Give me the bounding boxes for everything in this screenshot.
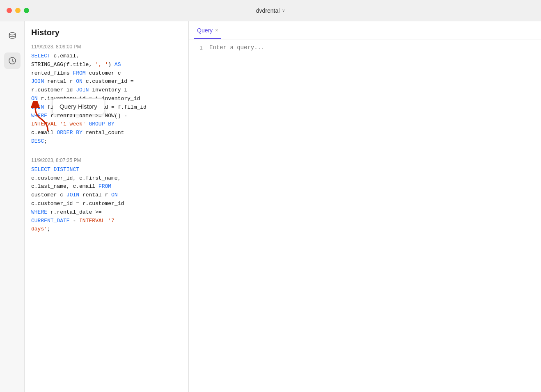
kw-current-date: CURRENT_DATE [31, 218, 70, 224]
query-tab[interactable]: Query × [194, 21, 221, 39]
history-panel-title: History [31, 28, 182, 37]
history-timestamp-1: 11/9/2023, 8:09:00 PM [31, 44, 182, 50]
kw-from-2: FROM [99, 183, 111, 189]
history-query-2: SELECT DISTINCT c.customer_id, c.first_n… [31, 166, 182, 234]
sidebar-item-database[interactable] [4, 28, 21, 44]
query-tab-label: Query [197, 27, 213, 34]
kw-on-1: ON [76, 78, 83, 84]
kw-join-1: JOIN [31, 78, 44, 84]
query-tabs: Query × [189, 21, 541, 39]
kw-join-2: JOIN [76, 87, 89, 93]
app-body: History 11/9/2023, 8:09:00 PM SELECT c.e… [0, 21, 541, 392]
line-number-1: 1 [189, 44, 209, 51]
kw-as-1: AS [115, 62, 121, 68]
svg-point-0 [9, 33, 15, 35]
chevron-down-icon: ∨ [282, 8, 285, 13]
minimize-button[interactable] [15, 8, 21, 13]
red-arrow-icon [30, 101, 54, 134]
title-bar: dvdrental ∨ [0, 0, 541, 21]
window-controls [7, 8, 29, 13]
editor-area: 1 [189, 39, 541, 392]
database-name: dvdrental [256, 7, 280, 14]
kw-join-4: JOIN [66, 192, 79, 198]
kw-select: SELECT [31, 53, 50, 59]
database-icon [8, 32, 17, 41]
kw-desc: DESC [31, 138, 44, 144]
history-timestamp-2: 11/9/2023, 8:07:25 PM [31, 157, 182, 163]
kw-select-distinct: SELECT DISTINCT [31, 166, 79, 173]
history-entry-2[interactable]: 11/9/2023, 8:07:25 PM SELECT DISTINCT c.… [31, 157, 182, 234]
close-button[interactable] [7, 8, 12, 13]
kw-orderby: ORDER BY [57, 130, 82, 136]
kw-on-2: ON [31, 96, 38, 102]
history-icon [8, 56, 17, 65]
query-input[interactable] [209, 44, 541, 51]
query-history-tooltip: Query History [53, 98, 104, 114]
app-title[interactable]: dvdrental ∨ [256, 7, 285, 14]
sidebar-item-history[interactable] [4, 52, 21, 69]
arrow-indicator [30, 101, 54, 136]
history-panel: History 11/9/2023, 8:09:00 PM SELECT c.e… [25, 21, 189, 392]
tab-close-button[interactable]: × [215, 28, 218, 33]
query-editor-panel: Query × 1 [189, 21, 541, 392]
kw-from-1: FROM [73, 70, 85, 76]
kw-groupby: GROUP BY [89, 121, 114, 127]
kw-on-4: ON [111, 192, 118, 198]
kw-where-2: WHERE [31, 209, 47, 215]
str-comma: ', ' [95, 62, 108, 68]
tooltip-label: Query History [60, 103, 97, 110]
sidebar-icons [0, 21, 25, 392]
maximize-button[interactable] [24, 8, 29, 13]
